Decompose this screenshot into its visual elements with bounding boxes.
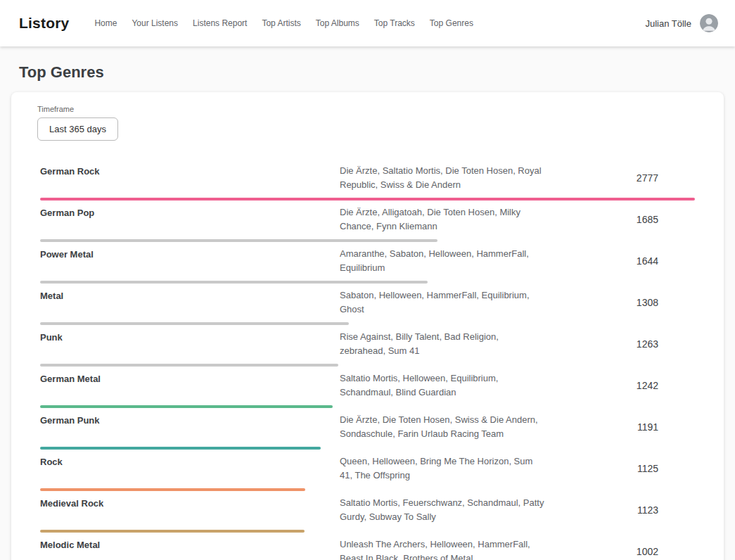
nav-home[interactable]: Home	[94, 18, 117, 28]
app-logo[interactable]: Listory	[19, 15, 69, 32]
genre-name: German Pop	[40, 205, 340, 234]
genre-name: Punk	[40, 330, 340, 358]
timeframe-value: Last 365 days	[49, 124, 106, 134]
genre-row: Metal Sabaton, Helloween, HammerFall, Eq…	[40, 284, 695, 325]
genre-row: German Metal Saltatio Mortis, Helloween,…	[40, 367, 695, 408]
nav-your-listens[interactable]: Your Listens	[132, 18, 178, 28]
navbar: Listory Home Your Listens Listens Report…	[0, 0, 735, 46]
genre-row: Punk Rise Against, Billy Talent, Bad Rel…	[40, 325, 695, 367]
timeframe-control: Timeframe Last 365 days	[28, 105, 707, 141]
nav-top-albums[interactable]: Top Albums	[316, 18, 359, 28]
genres-table: German Rock Die Ärzte, Saltatio Mortis, …	[28, 159, 707, 560]
genre-row: Melodic Metal Unleash The Archers, Hello…	[40, 533, 695, 560]
genre-row: Rock Queen, Helloween, Bring Me The Hori…	[40, 450, 695, 491]
genre-count: 2777	[545, 172, 695, 184]
genre-artists: Saltatio Mortis, Helloween, Equilibrium,…	[340, 371, 545, 400]
genre-count: 1644	[545, 255, 695, 267]
genre-count: 1242	[545, 380, 695, 391]
genre-artists: Saltatio Mortis, Feuerschwanz, Schandmau…	[340, 496, 545, 524]
genre-name: German Metal	[40, 371, 340, 400]
genre-count: 1125	[545, 463, 695, 474]
user-avatar[interactable]	[700, 14, 718, 32]
genre-artists: Sabaton, Helloween, HammerFall, Equilibr…	[340, 288, 545, 317]
genre-artists: Amaranthe, Sabaton, Helloween, HammerFal…	[340, 247, 545, 275]
page-title: Top Genres	[19, 63, 724, 82]
main-nav: Home Your Listens Listens Report Top Art…	[94, 18, 473, 28]
genre-name: Medieval Rock	[40, 496, 340, 524]
genre-count: 1263	[545, 338, 695, 350]
genre-row: Medieval Rock Saltatio Mortis, Feuerschw…	[40, 491, 695, 533]
genre-count: 1002	[545, 546, 695, 557]
user-name[interactable]: Julian Tölle	[645, 18, 691, 29]
genre-row: German Rock Die Ärzte, Saltatio Mortis, …	[40, 159, 695, 201]
genre-artists: Unleash The Archers, Helloween, HammerFa…	[340, 537, 545, 560]
user-menu[interactable]: Julian Tölle	[645, 14, 718, 32]
genre-row: German Punk Die Ärzte, Die Toten Hosen, …	[40, 408, 695, 450]
avatar-image	[700, 14, 718, 32]
nav-top-artists[interactable]: Top Artists	[262, 18, 300, 28]
genre-count: 1685	[545, 214, 695, 225]
genre-count: 1191	[545, 421, 695, 433]
nav-top-genres[interactable]: Top Genres	[430, 18, 473, 28]
genre-artists: Queen, Helloween, Bring Me The Horizon, …	[340, 454, 545, 483]
genre-artists: Die Ärzte, Die Toten Hosen, Swiss & Die …	[340, 413, 545, 441]
nav-top-tracks[interactable]: Top Tracks	[374, 18, 415, 28]
timeframe-select[interactable]: Last 365 days	[37, 117, 118, 141]
nav-listens-report[interactable]: Listens Report	[193, 18, 247, 28]
genre-artists: Die Ärzte, Alligatoah, Die Toten Hosen, …	[340, 205, 545, 234]
genre-row: German Pop Die Ärzte, Alligatoah, Die To…	[40, 201, 695, 242]
genre-name: German Rock	[40, 164, 340, 192]
genre-name: Power Metal	[40, 247, 340, 275]
genre-name: Melodic Metal	[40, 537, 340, 560]
genre-row: Power Metal Amaranthe, Sabaton, Hellowee…	[40, 242, 695, 284]
main-content: Top Genres Timeframe Last 365 days Germa…	[0, 63, 735, 560]
genre-count: 1308	[545, 297, 695, 308]
genre-count: 1123	[545, 504, 695, 516]
genre-name: German Punk	[40, 413, 340, 441]
top-genres-card: Timeframe Last 365 days German Rock Die …	[11, 92, 724, 560]
genre-artists: Rise Against, Billy Talent, Bad Religion…	[340, 330, 545, 358]
timeframe-label: Timeframe	[37, 105, 707, 113]
genre-artists: Die Ärzte, Saltatio Mortis, Die Toten Ho…	[340, 164, 545, 192]
genre-name: Metal	[40, 288, 340, 317]
genre-name: Rock	[40, 454, 340, 483]
